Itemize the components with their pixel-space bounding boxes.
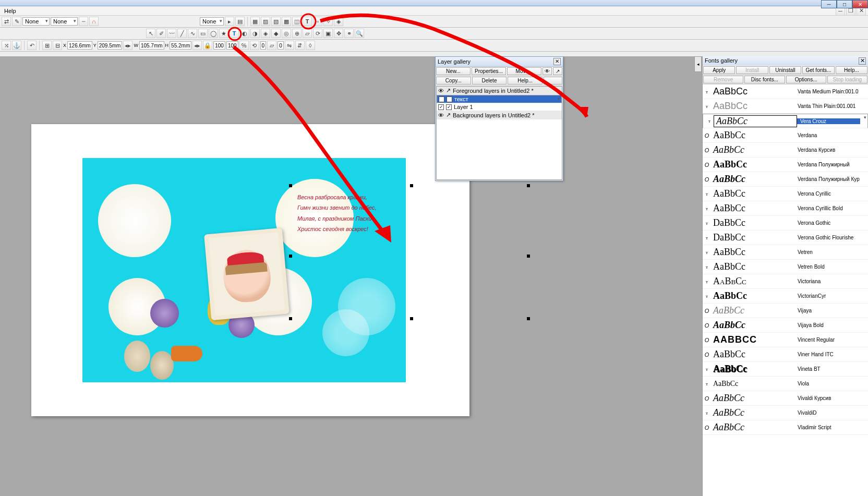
undo-icon[interactable]: ↶ (27, 41, 37, 50)
grid2-icon[interactable]: ⊟ (53, 41, 62, 50)
pointer-icon[interactable]: ↖ (146, 29, 155, 38)
gallery4-icon[interactable]: ▩ (282, 17, 291, 26)
pen-icon[interactable]: ✐ (156, 29, 166, 38)
toggle-icon[interactable]: ⇄ (2, 17, 11, 26)
angle[interactable]: 0 (260, 41, 267, 50)
scale1[interactable]: 100 (213, 41, 225, 50)
profile2-select[interactable]: None (51, 17, 78, 26)
scale2[interactable]: 100 (226, 41, 238, 50)
push-icon[interactable]: ✥ (334, 29, 343, 38)
dash-icon[interactable]: ┄ (79, 17, 88, 26)
skew-icon[interactable]: ▱ (267, 41, 276, 50)
rotate-icon[interactable]: ⟲ (250, 41, 259, 50)
grid-icon[interactable]: ⊞ (42, 41, 52, 50)
fill-icon[interactable]: ◐ (240, 29, 249, 38)
svg-point-1 (228, 28, 241, 40)
link-icon[interactable]: ⚭ (344, 29, 354, 38)
gallery9-icon[interactable]: ◈ (334, 17, 343, 26)
shadow-icon[interactable]: ◈ (261, 29, 270, 38)
text-tool-icon[interactable]: T (230, 29, 239, 38)
star-icon[interactable]: ★ (219, 29, 228, 38)
photo-icon[interactable]: ▣ (323, 29, 333, 38)
minimize-button[interactable]: ─ (821, 0, 837, 8)
magnet-icon[interactable]: ∩ (89, 17, 99, 26)
gallery2-icon[interactable]: ▨ (261, 17, 270, 26)
brush-icon[interactable]: ✎ (12, 17, 21, 26)
play-icon[interactable]: ▸ (225, 17, 234, 26)
gallery3-icon[interactable]: ▧ (271, 17, 281, 26)
y-coord[interactable]: 209.5mm (98, 41, 123, 50)
curve-icon[interactable]: ∿ (188, 29, 197, 38)
toolbar-1: ⇄ ✎ None None ┄ ∩ None ▸ ▤ ▦ ▨ ▧ ▩ ◫ T ▫… (0, 16, 868, 28)
transp-icon[interactable]: ◑ (250, 29, 260, 38)
maximize-button[interactable]: □ (837, 0, 852, 8)
window-titlebar: ─ □ ✕ (0, 0, 868, 6)
rect-icon[interactable]: ▭ (198, 29, 208, 38)
line-icon[interactable]: ╱ (177, 29, 187, 38)
toolbar-3: ⤭ ⚓ ↶ ⊞ ⊟ X126.6mm Y209.5mm ◂▸ W105.7mm … (0, 40, 868, 52)
mould-icon[interactable]: ▱ (303, 29, 312, 38)
blend-icon[interactable]: ⊕ (292, 29, 302, 38)
gallery8-icon[interactable]: ✧ (323, 17, 333, 26)
gallery1-icon[interactable]: ▦ (250, 17, 260, 26)
flip-h-icon[interactable]: ⇋ (285, 41, 294, 50)
profile-select[interactable]: None (22, 17, 50, 26)
freehand-icon[interactable]: 〰 (167, 29, 176, 38)
x-coord[interactable]: 126.6mm (67, 41, 92, 50)
layers-icon[interactable]: ▤ (235, 17, 245, 26)
spin2-icon[interactable]: ◂▸ (192, 41, 202, 50)
live-icon[interactable]: ⟳ (313, 29, 322, 38)
flip-v-icon[interactable]: ⇵ (295, 41, 305, 50)
percent-icon[interactable]: % (239, 41, 249, 50)
menubar: Help ─ ❐ ✕ (0, 6, 868, 16)
toolbar-2: ↖ ✐ 〰 ╱ ∿ ▭ ◯ ★ T ◐ ◑ ◈ ◆ ◎ ⊕ ▱ ⟳ ▣ ✥ ⚭ … (0, 28, 868, 40)
h-coord[interactable]: 55.2mm (170, 41, 191, 50)
text-gallery-icon[interactable]: T (303, 17, 312, 26)
menu-help[interactable]: Help (2, 7, 18, 15)
gallery5-icon[interactable]: ◫ (292, 17, 302, 26)
spin-icon[interactable]: ◂▸ (123, 41, 132, 50)
anchor-icon[interactable]: ⚓ (12, 41, 21, 50)
close-button[interactable]: ✕ (852, 0, 868, 8)
style-select[interactable]: None (200, 17, 224, 26)
swap-icon[interactable]: ⤭ (2, 41, 11, 50)
ellipse-icon[interactable]: ◯ (209, 29, 218, 38)
zoom-icon[interactable]: 🔍 (355, 29, 364, 38)
lock-icon[interactable]: 🔒 (203, 41, 212, 50)
skew[interactable]: 0 (278, 41, 284, 50)
w-coord[interactable]: 105.7mm (139, 41, 164, 50)
3d-icon[interactable]: ◊ (306, 41, 315, 50)
gallery7-icon[interactable]: ▫ (313, 17, 322, 26)
contour-icon[interactable]: ◎ (282, 29, 291, 38)
bevel-icon[interactable]: ◆ (271, 29, 281, 38)
